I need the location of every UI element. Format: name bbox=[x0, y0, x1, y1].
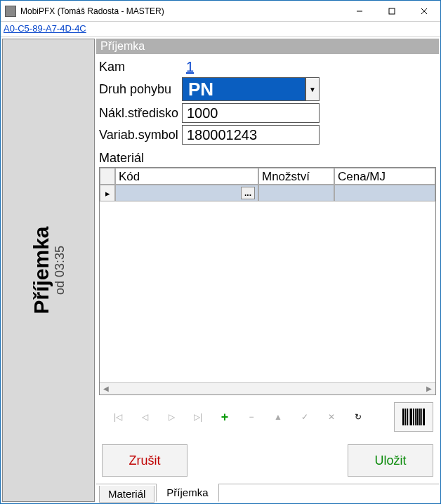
kam-label: Kam bbox=[99, 60, 182, 74]
mac-address-link[interactable]: A0-C5-89-A7-4D-4C bbox=[4, 23, 86, 34]
nav-next-button[interactable]: ▷ bbox=[165, 411, 178, 423]
bottom-tabs: Materiál Příjemka bbox=[96, 484, 439, 502]
nav-post-button[interactable]: ✓ bbox=[298, 411, 311, 423]
tab-prijemka[interactable]: Příjemka bbox=[156, 484, 218, 502]
minimize-button[interactable] bbox=[343, 1, 376, 21]
scroll-right-icon[interactable]: ▶ bbox=[423, 383, 435, 394]
grid-body: ▸ ... bbox=[100, 185, 435, 382]
stredisko-input[interactable] bbox=[182, 103, 320, 123]
cell-cena[interactable] bbox=[334, 185, 435, 201]
titlebar: MobiPFX (Tomáš Radosta - MASTER) bbox=[1, 1, 440, 22]
maximize-icon bbox=[388, 8, 395, 15]
nav-cancel-button[interactable]: ✕ bbox=[325, 411, 338, 423]
nav-insert-button[interactable]: + bbox=[218, 411, 231, 423]
form-area: Kam 1 Druh pohybu PN ▼ Nákl.středisko bbox=[96, 54, 439, 147]
scroll-track[interactable] bbox=[112, 383, 423, 394]
mac-bar: A0-C5-89-A7-4D-4C bbox=[1, 22, 440, 37]
barcode-icon bbox=[402, 409, 425, 425]
row-druh: Druh pohybu PN ▼ bbox=[99, 77, 436, 101]
section-title: Příjemka bbox=[96, 39, 439, 54]
sidebar-subtitle: od 03:35 bbox=[53, 226, 67, 314]
body: Příjemka od 03:35 Příjemka Kam 1 Druh po… bbox=[1, 37, 440, 503]
tab-material[interactable]: Materiál bbox=[99, 486, 154, 503]
maximize-button[interactable] bbox=[376, 1, 408, 21]
row-kam: Kam 1 bbox=[99, 59, 436, 75]
kam-value-link[interactable]: 1 bbox=[182, 59, 198, 75]
db-navigator: |◁ ◁ ▷ ▷| + − ▲ ✓ ✕ ↻ bbox=[96, 395, 439, 437]
nav-edit-button[interactable]: ▲ bbox=[272, 411, 284, 423]
row-stredisko: Nákl.středisko bbox=[99, 103, 436, 123]
row-indicator: ▸ bbox=[100, 185, 115, 201]
druh-dropdown-button[interactable]: ▼ bbox=[305, 77, 320, 101]
current-row-icon: ▸ bbox=[105, 188, 110, 199]
minimize-icon bbox=[356, 8, 363, 15]
sidebar-title: Příjemka bbox=[29, 226, 53, 314]
nav-prev-button[interactable]: ◁ bbox=[138, 411, 151, 423]
nav-first-button[interactable]: |◁ bbox=[112, 411, 124, 423]
sidebar: Příjemka od 03:35 bbox=[2, 39, 95, 502]
window-title: MobiPFX (Tomáš Radosta - MASTER) bbox=[20, 6, 343, 16]
cell-mnozstvi[interactable] bbox=[258, 185, 334, 201]
action-row: Zrušit Uložit bbox=[96, 437, 439, 484]
material-label: Materiál bbox=[99, 151, 439, 166]
nav-delete-button[interactable]: − bbox=[245, 411, 258, 423]
window-controls bbox=[343, 1, 440, 21]
grid-hscrollbar[interactable]: ◀ ▶ bbox=[100, 382, 435, 394]
nav-refresh-button[interactable]: ↻ bbox=[352, 411, 364, 423]
col-mnozstvi-header[interactable]: Množství bbox=[258, 168, 334, 185]
barcode-button[interactable] bbox=[394, 402, 433, 432]
close-button[interactable] bbox=[408, 1, 440, 21]
col-kod-header[interactable]: Kód bbox=[115, 168, 258, 185]
druh-label: Druh pohybu bbox=[99, 82, 182, 97]
druh-combo[interactable]: PN ▼ bbox=[182, 77, 320, 101]
cell-kod[interactable]: ... bbox=[115, 185, 258, 201]
main: Příjemka Kam 1 Druh pohybu PN ▼ N bbox=[96, 39, 439, 502]
stredisko-label: Nákl.středisko bbox=[99, 106, 182, 121]
grid-header-selector[interactable] bbox=[100, 168, 115, 185]
variab-input[interactable] bbox=[182, 125, 320, 145]
variab-label: Variab.symbol bbox=[99, 128, 182, 142]
nav-last-button[interactable]: ▷| bbox=[192, 411, 204, 423]
table-row[interactable]: ▸ ... bbox=[100, 185, 435, 201]
close-icon bbox=[421, 8, 428, 15]
druh-value: PN bbox=[182, 77, 305, 101]
grid-header: Kód Množství Cena/MJ bbox=[100, 168, 435, 185]
cancel-button[interactable]: Zrušit bbox=[102, 444, 187, 477]
svg-rect-1 bbox=[389, 8, 395, 14]
col-cena-header[interactable]: Cena/MJ bbox=[334, 168, 435, 185]
app-window: MobiPFX (Tomáš Radosta - MASTER) A0-C5-8… bbox=[0, 0, 441, 504]
kod-lookup-button[interactable]: ... bbox=[241, 187, 255, 199]
scroll-left-icon[interactable]: ◀ bbox=[100, 383, 112, 394]
sidebar-label: Příjemka od 03:35 bbox=[29, 226, 67, 314]
app-icon bbox=[5, 6, 16, 17]
material-grid: Kód Množství Cena/MJ ▸ ... bbox=[99, 167, 436, 395]
row-variab: Variab.symbol bbox=[99, 125, 436, 145]
save-button[interactable]: Uložit bbox=[348, 444, 433, 477]
chevron-down-icon: ▼ bbox=[309, 86, 316, 93]
